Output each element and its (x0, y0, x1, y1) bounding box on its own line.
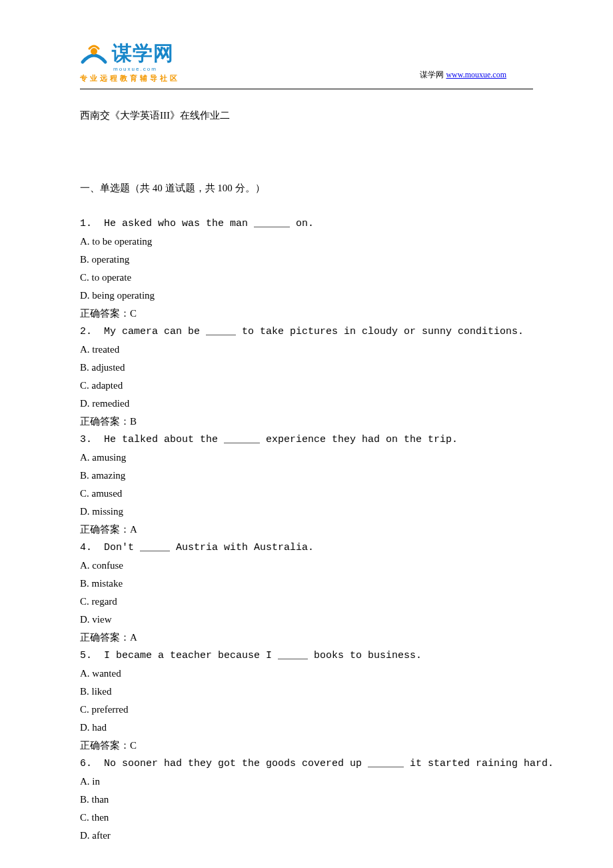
question-option: C. to operate (80, 269, 533, 287)
question-option: C. preferred (80, 701, 533, 719)
question-option: B. amazing (80, 467, 533, 485)
logo-icon (80, 42, 108, 70)
question-option: B. adjusted (80, 359, 533, 377)
question-option: B. operating (80, 251, 533, 269)
question-option: A. amusing (80, 449, 533, 467)
question-answer: 正确答案：C (80, 737, 533, 755)
logo-text: 谋学网 (112, 40, 174, 67)
question-option: C. amused (80, 485, 533, 503)
header-link[interactable]: www.mouxue.com (446, 70, 506, 79)
question-option: A. confuse (80, 557, 533, 575)
question-answer: 正确答案：A (80, 521, 533, 539)
question-stem: 6. No sooner had they got the goods cove… (80, 755, 533, 773)
logo-tagline: 专业远程教育辅导社区 (80, 73, 180, 83)
question-option: A. to be operating (80, 233, 533, 251)
question-option: C. then (80, 809, 533, 827)
section-heading: 一、单选题（共 40 道试题，共 100 分。） (80, 182, 533, 195)
question-list: 1. He asked who was the man ______ on.A.… (80, 215, 533, 845)
question-stem: 4. Don't _____ Austria with Australia. (80, 539, 533, 557)
header-link-prefix: 谋学网 (420, 70, 446, 79)
question-option: A. in (80, 773, 533, 791)
question-option: D. being operating (80, 287, 533, 305)
page-header: 谋学网 mouxue.com 专业远程教育辅导社区 谋学网 www.mouxue… (80, 40, 533, 83)
question-option: B. than (80, 791, 533, 809)
question-option: D. after (80, 827, 533, 845)
header-divider (80, 89, 533, 89)
question-option: D. remedied (80, 395, 533, 413)
question-option: B. mistake (80, 575, 533, 593)
question-answer: 正确答案：A (80, 629, 533, 647)
question-option: D. had (80, 719, 533, 737)
document-title: 西南交《大学英语III》在线作业二 (80, 109, 533, 122)
question-stem: 3. He talked about the ______ experience… (80, 431, 533, 449)
question-option: C. adapted (80, 377, 533, 395)
question-option: A. treated (80, 341, 533, 359)
question-stem: 2. My camera can be _____ to take pictur… (80, 323, 533, 341)
question-option: B. liked (80, 683, 533, 701)
question-option: A. wanted (80, 665, 533, 683)
header-link-block: 谋学网 www.mouxue.com (420, 69, 506, 81)
question-answer: 正确答案：B (80, 413, 533, 431)
question-option: D. missing (80, 503, 533, 521)
question-option: C. regard (80, 593, 533, 611)
svg-point-0 (91, 48, 97, 55)
question-answer: 正确答案：C (80, 305, 533, 323)
question-option: D. view (80, 611, 533, 629)
question-stem: 1. He asked who was the man ______ on. (80, 215, 533, 233)
question-stem: 5. I became a teacher because I _____ bo… (80, 647, 533, 665)
logo-block: 谋学网 mouxue.com 专业远程教育辅导社区 (80, 40, 180, 83)
document-page: 谋学网 mouxue.com 专业远程教育辅导社区 谋学网 www.mouxue… (0, 0, 613, 868)
